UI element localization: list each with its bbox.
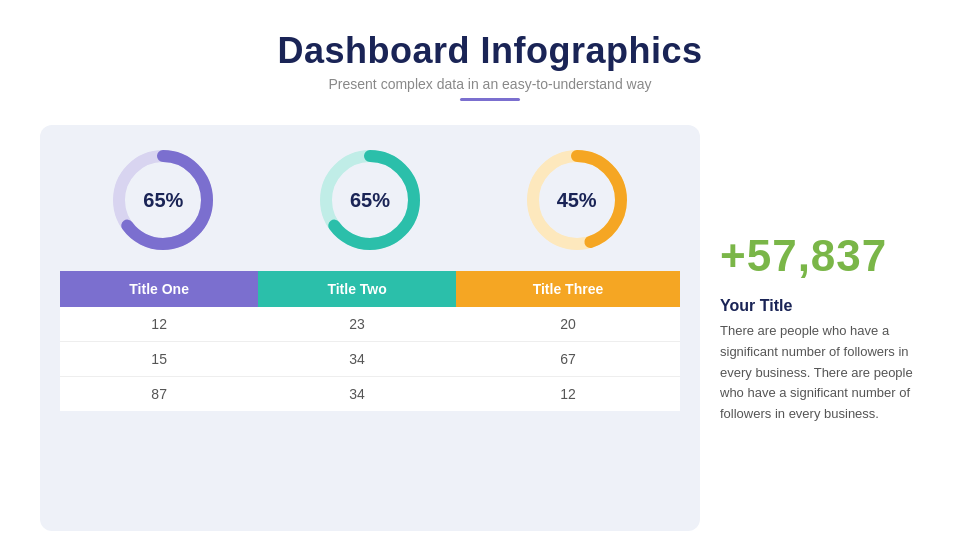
table-cell: 23 xyxy=(258,307,456,342)
description-block: Your Title There are people who have a s… xyxy=(720,297,940,425)
donut-two: 65% xyxy=(315,145,425,255)
header-two: Title Two xyxy=(258,271,456,307)
title-underline xyxy=(460,98,520,101)
donut-one: 65% xyxy=(108,145,218,255)
section-description: There are people who have a significant … xyxy=(720,321,940,425)
donut-three: 45% xyxy=(522,145,632,255)
table-row: 122320 xyxy=(60,307,680,342)
chart-one-label: 65% xyxy=(143,189,183,212)
table-cell: 15 xyxy=(60,342,258,377)
table-cell: 34 xyxy=(258,377,456,412)
data-table: Title One Title Two Title Three 12232015… xyxy=(60,271,680,411)
right-panel: +57,837 Your Title There are people who … xyxy=(720,125,940,531)
subtitle: Present complex data in an easy-to-under… xyxy=(277,76,702,92)
table-cell: 67 xyxy=(456,342,680,377)
header-three: Title Three xyxy=(456,271,680,307)
chart-two-label: 65% xyxy=(350,189,390,212)
table-cell: 12 xyxy=(456,377,680,412)
page-header: Dashboard Infographics Present complex d… xyxy=(277,30,702,101)
page: Dashboard Infographics Present complex d… xyxy=(0,0,980,551)
content-area: 65% 65% xyxy=(40,125,940,531)
table-cell: 87 xyxy=(60,377,258,412)
table-row: 873412 xyxy=(60,377,680,412)
header-one: Title One xyxy=(60,271,258,307)
chart-three-container: 45% xyxy=(522,145,632,255)
chart-three-label: 45% xyxy=(557,189,597,212)
charts-row: 65% 65% xyxy=(60,145,680,255)
table-cell: 12 xyxy=(60,307,258,342)
big-stat: +57,837 xyxy=(720,231,940,281)
left-panel: 65% 65% xyxy=(40,125,700,531)
chart-two-container: 65% xyxy=(315,145,425,255)
table-row: 153467 xyxy=(60,342,680,377)
table-cell: 20 xyxy=(456,307,680,342)
table-cell: 34 xyxy=(258,342,456,377)
section-title: Your Title xyxy=(720,297,940,315)
main-title: Dashboard Infographics xyxy=(277,30,702,72)
chart-one-container: 65% xyxy=(108,145,218,255)
